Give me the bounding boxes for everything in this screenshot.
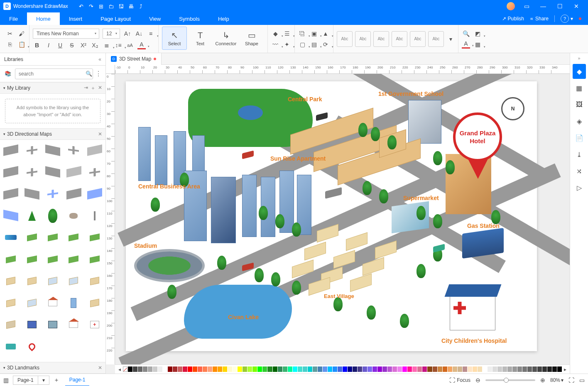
color-swatch[interactable]: [168, 366, 172, 372]
undo-button[interactable]: ↶: [76, 1, 86, 11]
color-swatch[interactable]: [368, 366, 372, 372]
effects-icon[interactable]: ✦: [283, 40, 291, 49]
color-swatch[interactable]: [547, 366, 552, 372]
color-swatch[interactable]: [238, 366, 242, 372]
tree[interactable]: [217, 256, 226, 270]
color-swatch[interactable]: [158, 366, 162, 372]
lake-shape[interactable]: [184, 285, 292, 339]
highlight-icon[interactable]: A: [462, 40, 470, 49]
menu-symbols[interactable]: Symbols: [170, 12, 209, 25]
window-maximize-button[interactable]: ☐: [551, 0, 568, 12]
shape-chip[interactable]: [2, 340, 20, 354]
color-swatch[interactable]: [163, 366, 167, 372]
color-swatch[interactable]: [143, 366, 147, 372]
theme-2[interactable]: Abc: [355, 31, 371, 47]
color-swatch[interactable]: [198, 366, 202, 372]
shape-road-15[interactable]: [86, 187, 104, 201]
libraries-collapse-icon[interactable]: «: [98, 56, 101, 62]
color-swatch[interactable]: [257, 366, 262, 372]
shape-factory[interactable]: [2, 318, 20, 332]
tree[interactable]: [491, 210, 500, 224]
tree[interactable]: [259, 206, 268, 220]
shape-box-1[interactable]: [2, 274, 20, 288]
color-swatch[interactable]: [532, 366, 537, 372]
themes-more-icon[interactable]: ▾: [446, 35, 455, 43]
window-compact-button[interactable]: ▭: [518, 0, 535, 12]
color-swatch[interactable]: [148, 366, 152, 372]
shape-shop[interactable]: [44, 318, 62, 332]
color-swatch[interactable]: [468, 366, 472, 372]
tree[interactable]: [387, 135, 397, 149]
menu-page-layout[interactable]: Page Layout: [91, 12, 140, 25]
tree[interactable]: [416, 264, 426, 278]
menu-help[interactable]: Help: [209, 12, 238, 25]
color-swatch[interactable]: [252, 366, 257, 372]
label-lake[interactable]: Civan Lake: [228, 314, 259, 320]
shape-grass-7[interactable]: [44, 252, 62, 266]
fit-page-icon[interactable]: ⛶: [568, 377, 574, 384]
tree[interactable]: [271, 272, 280, 286]
color-swatch[interactable]: [488, 366, 492, 372]
color-swatch[interactable]: [448, 366, 452, 372]
decrease-font-icon[interactable]: A↓: [135, 29, 143, 38]
focus-toggle[interactable]: ⛶Focus: [449, 377, 470, 384]
shape-road-12[interactable]: [22, 187, 41, 201]
section-3d-landmarks[interactable]: ▾ 3D Landmarks ✕: [0, 362, 105, 374]
color-swatch[interactable]: [273, 366, 277, 372]
color-swatch[interactable]: [507, 366, 512, 372]
shape-box-6[interactable]: [2, 296, 20, 310]
color-swatch[interactable]: [243, 366, 247, 372]
select-tool[interactable]: ↖Select: [162, 27, 187, 50]
color-swatch[interactable]: [338, 366, 342, 372]
save-button[interactable]: 🖫: [116, 1, 126, 11]
label-hospital[interactable]: City Children's Hospital: [441, 337, 507, 344]
close-section-icon[interactable]: ✕: [98, 365, 102, 371]
tree[interactable]: [371, 127, 380, 141]
location-pin[interactable]: Grand Plaza Hotel: [453, 112, 503, 179]
page-selector[interactable]: Page-1▾: [13, 376, 49, 385]
rail-collapse-icon[interactable]: »: [578, 56, 580, 61]
color-swatch[interactable]: [133, 366, 137, 372]
document-tab[interactable]: D 3D Street Map: [106, 53, 162, 65]
theme-3[interactable]: Abc: [373, 31, 389, 47]
color-swatch[interactable]: [492, 366, 497, 372]
color-swatch[interactable]: [527, 366, 532, 372]
tree[interactable]: [400, 314, 409, 328]
color-prev-icon[interactable]: ◂: [117, 366, 122, 373]
color-swatch[interactable]: [402, 366, 407, 372]
zoom-slider[interactable]: [485, 379, 535, 381]
paste-icon[interactable]: 📋: [17, 40, 26, 49]
shape-hospital[interactable]: +: [86, 318, 104, 332]
increase-font-icon[interactable]: A↑: [123, 29, 132, 38]
color-swatch[interactable]: [417, 366, 422, 372]
shape-box-5[interactable]: [86, 274, 104, 288]
label-central-park[interactable]: Central Park: [288, 96, 322, 103]
shape-grass-3[interactable]: [64, 230, 83, 244]
color-swatch[interactable]: [328, 366, 332, 372]
line-style-icon[interactable]: ☰: [283, 29, 291, 38]
theme-6[interactable]: Abc: [428, 31, 444, 47]
tree[interactable]: [379, 189, 388, 203]
theme-1[interactable]: Abc: [337, 31, 353, 47]
shape-grass-4[interactable]: [86, 230, 104, 244]
close-section-icon[interactable]: ✕: [98, 85, 102, 92]
shape-road-9[interactable]: [64, 165, 83, 179]
color-next-icon[interactable]: ▸: [562, 366, 568, 373]
shape-road-2[interactable]: [22, 143, 41, 157]
shape-road-14[interactable]: [64, 187, 83, 201]
color-swatch[interactable]: [397, 366, 402, 372]
shape-water[interactable]: [2, 230, 20, 244]
truck[interactable]: [325, 187, 342, 199]
shape-road-1[interactable]: [2, 143, 20, 157]
color-swatch[interactable]: [453, 366, 457, 372]
color-swatch[interactable]: [178, 366, 182, 372]
user-avatar[interactable]: [507, 2, 515, 10]
color-swatch[interactable]: [542, 366, 547, 372]
publish-button[interactable]: ↗ Publish: [502, 16, 524, 22]
stadium-building[interactable]: [134, 249, 205, 282]
theme-5[interactable]: Abc: [410, 31, 426, 47]
rail-page-icon[interactable]: 📄: [573, 130, 586, 145]
gas-station-building[interactable]: [462, 228, 504, 259]
shape-road-13[interactable]: [44, 187, 62, 201]
tree[interactable]: [151, 198, 160, 212]
